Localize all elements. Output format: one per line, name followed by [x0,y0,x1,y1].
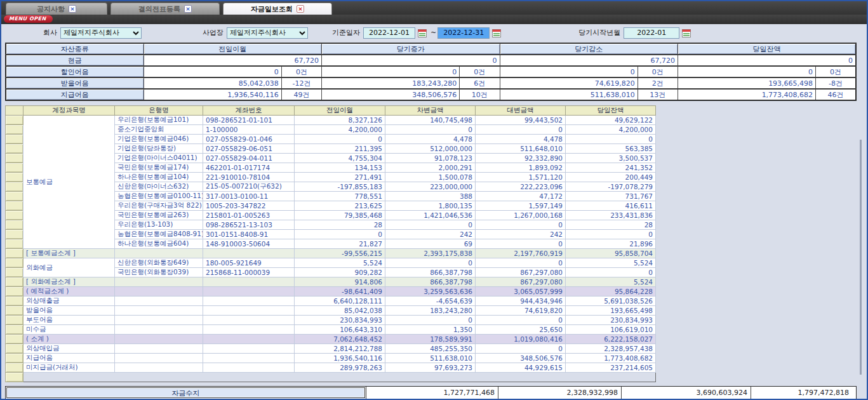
balance-cell[interactable]: 95,858,704 [566,249,656,258]
account-number-cell[interactable]: 1-100000 [203,125,295,135]
balance-cell[interactable]: 0 [566,135,656,144]
bank-cell[interactable]: 기업은행(보통예금046) [115,135,203,144]
tab-funds-daily-report[interactable]: 자금일보조회 × [223,3,332,15]
account-number-cell[interactable]: 1005-203-347822 [203,201,295,211]
balance-cell[interactable]: 5,691,038,526 [566,297,656,306]
debit-cell[interactable]: 178,589,991 [385,335,476,344]
balance-cell[interactable]: 731,767 [566,192,656,201]
row-selector-cell[interactable] [6,116,23,125]
debit-cell[interactable]: 0 [385,258,476,268]
credit-cell[interactable]: 0 [476,316,566,325]
prev-balance-cell[interactable]: 2,814,212,788 [295,344,385,354]
row-selector-cell[interactable] [6,277,23,287]
prev-balance-cell[interactable]: 778,551 [295,192,385,201]
base-date-from-input[interactable]: 2022-12-01 [363,27,415,39]
row-selector-cell[interactable] [6,173,23,182]
calendar-icon[interactable] [492,29,501,37]
account-number-cell[interactable]: 215801-01-005263 [203,211,295,220]
calendar-icon[interactable] [418,29,427,37]
prev-balance-cell[interactable]: 0 [295,230,385,239]
debit-cell[interactable]: 2,393,175,838 [385,249,476,258]
account-cell[interactable]: 부도어음 [23,316,115,325]
detail-row[interactable]: ( 소계 )7,062,648,452178,589,9911,019,080,… [6,335,656,344]
bank-cell[interactable] [115,277,203,287]
row-selector-cell[interactable] [6,135,23,144]
balance-cell[interactable]: 563,385 [566,144,656,154]
account-cell[interactable]: 미수금 [23,325,115,335]
debit-cell[interactable]: 1,800,135 [385,201,476,211]
debit-cell[interactable]: 91,078,123 [385,154,476,163]
account-number-cell[interactable]: 180-005-921649 [203,258,295,268]
bank-cell[interactable] [115,249,203,258]
row-selector-cell[interactable] [6,125,23,135]
prev-balance-cell[interactable]: 134,153 [295,163,385,173]
prev-balance-cell[interactable]: 4,200,000 [295,125,385,135]
bank-cell[interactable]: 국민은행(보통예금174) [115,163,203,173]
tab-notice[interactable]: 공지사항 × [6,3,107,15]
row-selector-cell[interactable] [6,201,23,211]
bank-cell[interactable]: 중소기업중앙회 [115,125,203,135]
balance-cell[interactable]: 28 [566,220,656,230]
detail-row[interactable]: 미수금106,643,3101,35025,650106,619,010 [6,325,656,335]
balance-cell[interactable]: 2,328,957,438 [566,344,656,354]
credit-cell[interactable]: 242 [476,230,566,239]
bank-cell[interactable]: 우리은행(보통예금101) [115,116,203,125]
prev-balance-cell[interactable]: 5,524 [295,258,385,268]
prev-balance-cell[interactable]: 271,491 [295,173,385,182]
row-selector-cell[interactable] [6,211,23,220]
debit-cell[interactable]: 511,638,010 [385,354,476,363]
credit-cell[interactable]: 0 [476,125,566,135]
account-cell[interactable]: ( 예적금소계 ) [23,287,115,297]
credit-cell[interactable]: 2,197,760,919 [476,249,566,258]
account-number-cell[interactable] [203,287,295,297]
account-number-cell[interactable] [203,363,295,373]
bank-cell[interactable]: 우리은행(13-103) [115,220,203,230]
row-selector-cell[interactable] [6,363,23,373]
account-number-cell[interactable] [203,335,295,344]
account-number-cell[interactable] [203,354,295,363]
debit-cell[interactable]: 4,478 [385,135,476,144]
balance-cell[interactable]: 3,500,537 [566,154,656,163]
credit-cell[interactable]: 1,571,120 [476,173,566,182]
row-selector-cell[interactable] [6,287,23,297]
detail-row[interactable]: 보통예금우리은행(보통예금101)098-286521-01-1018,327,… [6,116,656,125]
detail-row[interactable]: 외화예금신한은행(외화통장649)180-005-9216495,524005,… [6,258,656,268]
debit-cell[interactable]: 69 [385,239,476,249]
workplace-select[interactable]: 제일저지주식회사 [227,27,308,39]
bank-cell[interactable]: 농협은행(보통예금8408-91) [115,230,203,239]
bank-cell[interactable] [115,306,203,316]
company-select[interactable]: 제일저지주식회사 [60,27,142,39]
balance-cell[interactable]: 1,773,408,682 [566,354,656,363]
prev-balance-cell[interactable]: 79,385,468 [295,211,385,220]
account-number-cell[interactable] [203,297,295,306]
prev-balance-cell[interactable]: 0 [295,135,385,144]
account-cell[interactable]: 받을어음 [23,306,115,316]
tab-voucher-entry[interactable]: 결의전표등록 × [110,3,220,15]
period-start-input[interactable]: 2022-01 [624,27,679,39]
account-cell[interactable]: [ 보통예금소계 ] [23,249,115,258]
prev-balance-cell[interactable]: 28 [295,220,385,230]
row-selector-cell[interactable] [6,182,23,192]
debit-cell[interactable]: 223,000,000 [385,182,476,192]
vertical-scrollbar[interactable] [860,140,862,375]
account-cell[interactable]: 보통예금 [23,116,115,249]
close-icon[interactable]: × [69,5,76,13]
credit-cell[interactable]: 1,893,092 [476,163,566,173]
credit-cell[interactable]: 511,648,010 [476,144,566,154]
balance-cell[interactable]: 49,629,122 [566,116,656,125]
prev-balance-cell[interactable]: 211,395 [295,144,385,154]
row-selector-cell[interactable] [6,163,23,173]
account-number-cell[interactable] [203,306,295,316]
debit-cell[interactable]: -4,654,639 [385,297,476,306]
detail-row[interactable]: 받을어음85,042,038183,243,28074,619,820193,6… [6,306,656,316]
row-selector-cell[interactable] [6,373,23,382]
bank-cell[interactable]: 우리은행(구매자금3억 822) [115,201,203,211]
credit-cell[interactable]: 0 [476,239,566,249]
account-number-cell[interactable] [203,316,295,325]
debit-cell[interactable]: 183,243,280 [385,306,476,316]
credit-cell[interactable]: 1,597,149 [476,201,566,211]
row-selector-cell[interactable] [6,144,23,154]
account-cell[interactable]: 외상매입금 [23,344,115,354]
debit-cell[interactable]: 242 [385,230,476,239]
bank-cell[interactable]: 신한은행(외화통장649) [115,258,203,268]
